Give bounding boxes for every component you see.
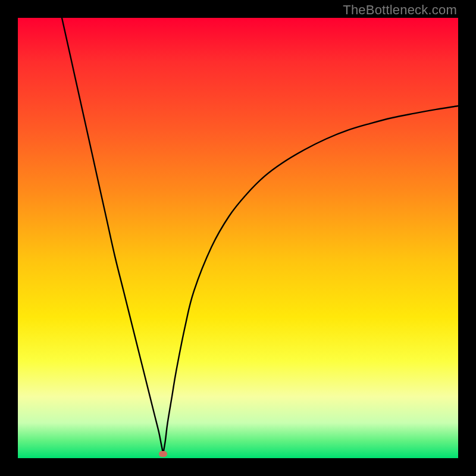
watermark-text: TheBottleneck.com xyxy=(343,2,457,18)
bottleneck-curve xyxy=(18,18,458,458)
optimal-point-marker xyxy=(159,451,167,457)
plot-area xyxy=(18,18,458,458)
curve-right-branch xyxy=(163,106,458,454)
curve-left-branch xyxy=(62,18,163,454)
chart-frame: TheBottleneck.com xyxy=(0,0,476,476)
